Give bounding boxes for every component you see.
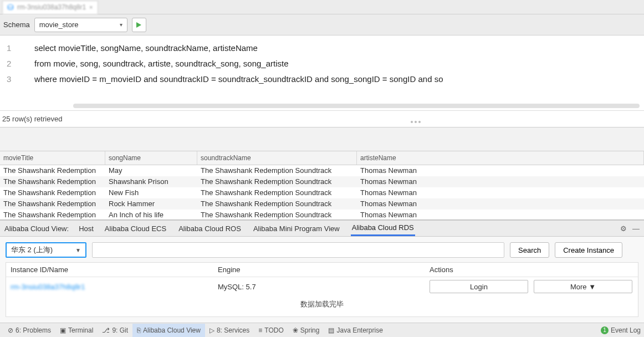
bottom-bar-label: 6: Problems bbox=[16, 326, 51, 334]
header-instance-id: Instance ID/Name bbox=[6, 265, 218, 274]
play-icon bbox=[136, 22, 141, 28]
more-button[interactable]: More ▼ bbox=[534, 280, 632, 293]
bottom-bar-icon: ≡ bbox=[258, 326, 262, 334]
cloud-view-tabs: Alibaba Cloud View: Host Alibaba Cloud E… bbox=[0, 220, 644, 237]
bottom-bar-item[interactable]: ≡TODO bbox=[254, 324, 288, 337]
search-input[interactable] bbox=[92, 242, 504, 258]
column-header[interactable]: movieTitle bbox=[0, 151, 105, 165]
bottom-bar-item[interactable]: ❀Spring bbox=[288, 324, 324, 337]
table-cell: The Shawshank Redemption bbox=[0, 198, 105, 210]
header-actions: Actions bbox=[430, 265, 638, 274]
region-select[interactable]: 华东 2 (上海) ▼ bbox=[6, 242, 86, 258]
bottom-bar-item[interactable]: ⎇9: Git bbox=[98, 324, 132, 337]
engine-value: MySQL: 5.7 bbox=[218, 283, 430, 291]
schema-value: movie_store bbox=[39, 21, 79, 29]
tab-rds[interactable]: Alibaba Cloud RDS bbox=[351, 221, 415, 236]
instance-id-link[interactable]: rm-3nsiu038a37h8q8r1 bbox=[6, 283, 218, 291]
sql-editor[interactable]: 1 2 3 select movieTitle, songName, sound… bbox=[0, 35, 644, 111]
bottom-bar-icon: ⊘ bbox=[8, 326, 13, 334]
bottom-bar-item[interactable]: ⎘Alibaba Cloud View bbox=[132, 324, 205, 337]
bottom-bar-item[interactable]: ⊘6: Problems bbox=[3, 324, 55, 337]
line-gutter: 1 2 3 bbox=[0, 35, 34, 110]
table-cell: The Shawshank Redemption Soundtrack bbox=[197, 198, 357, 210]
horizontal-scrollbar[interactable] bbox=[73, 104, 640, 108]
file-tab[interactable]: ⛁ rm-3nsiu038a37h8q8r1 × bbox=[2, 1, 98, 14]
bottom-bar-item[interactable]: ▤Java Enterprise bbox=[324, 324, 387, 337]
code-line: from movie, song, soundtrack, artiste, s… bbox=[34, 55, 644, 71]
run-query-button[interactable] bbox=[132, 18, 146, 32]
code-line: where movieID = m_movieID and soundtrack… bbox=[34, 71, 644, 86]
bottom-bar-label: 9: Git bbox=[112, 326, 128, 334]
bottom-bar-label: Alibaba Cloud View bbox=[143, 326, 201, 334]
table-cell: Thomas Newman bbox=[357, 165, 644, 176]
column-header[interactable]: artisteName bbox=[357, 151, 644, 165]
tab-ros[interactable]: Alibaba Cloud ROS bbox=[177, 221, 242, 236]
table-row[interactable]: The Shawshank RedemptionMayThe Shawshank… bbox=[0, 165, 644, 176]
line-number: 1 bbox=[0, 40, 34, 55]
rows-retrieved: 25 row(s) retrieved bbox=[2, 115, 62, 123]
table-cell: The Shawshank Redemption bbox=[0, 176, 105, 187]
bottom-bar-label: Terminal bbox=[68, 326, 93, 334]
table-cell: Thomas Newman bbox=[357, 198, 644, 210]
results-header: movieTitle songName soundtrackName artis… bbox=[0, 151, 644, 165]
create-instance-button[interactable]: Create Instance bbox=[555, 242, 622, 258]
header-engine: Engine bbox=[218, 265, 430, 274]
login-button[interactable]: Login bbox=[430, 280, 528, 293]
code-line: select movieTitle, songName, soundtrackN… bbox=[34, 40, 644, 55]
table-cell: Thomas Newman bbox=[357, 187, 644, 198]
code-area[interactable]: select movieTitle, songName, soundtrackN… bbox=[34, 35, 644, 110]
instance-table: Instance ID/Name Engine Actions rm-3nsiu… bbox=[6, 262, 638, 317]
instance-row[interactable]: rm-3nsiu038a37h8q8r1 MySQL: 5.7 Login Mo… bbox=[6, 277, 638, 296]
ide-bottom-bar: ⊘6: Problems▣Terminal⎇9: Git⎘Alibaba Clo… bbox=[0, 323, 644, 337]
schema-label: Schema bbox=[3, 21, 30, 29]
instance-actions: Login More ▼ bbox=[430, 280, 638, 293]
table-cell: The Shawshank Redemption bbox=[0, 210, 105, 219]
database-icon: ⛁ bbox=[7, 3, 14, 12]
table-cell: Thomas Newman bbox=[357, 176, 644, 187]
cloud-top-row: 华东 2 (上海) ▼ Search Create Instance bbox=[6, 242, 638, 258]
bottom-bar-label: 8: Services bbox=[217, 326, 249, 334]
minimize-icon[interactable]: — bbox=[632, 224, 640, 233]
table-cell: The Shawshank Redemption Soundtrack bbox=[197, 210, 357, 219]
bottom-bar-label: TODO bbox=[264, 326, 283, 334]
table-cell: An Inch of his life bbox=[105, 210, 197, 219]
results-table: movieTitle songName soundtrackName artis… bbox=[0, 151, 644, 220]
event-log-button[interactable]: 1 Event Log bbox=[601, 326, 641, 334]
table-cell: The Shawshank Redemption Soundtrack bbox=[197, 187, 357, 198]
close-tab-icon[interactable]: × bbox=[89, 4, 93, 11]
search-button[interactable]: Search bbox=[510, 242, 549, 258]
line-number: 2 bbox=[0, 55, 34, 71]
query-toolbar: Schema movie_store bbox=[0, 14, 644, 35]
table-row[interactable]: The Shawshank RedemptionAn Inch of his l… bbox=[0, 210, 644, 219]
column-header[interactable]: songName bbox=[105, 151, 197, 165]
region-value: 华东 2 (上海) bbox=[11, 245, 53, 255]
host-label[interactable]: Host bbox=[79, 224, 94, 233]
schema-select[interactable]: movie_store bbox=[34, 18, 127, 32]
table-cell: Shawshank Prison bbox=[105, 176, 197, 187]
bottom-bar-icon: ⎇ bbox=[102, 326, 110, 334]
query-status: 25 row(s) retrieved bbox=[0, 111, 644, 127]
event-log-label: Event Log bbox=[611, 326, 641, 334]
cloud-panel-body: 华东 2 (上海) ▼ Search Create Instance Insta… bbox=[0, 237, 644, 323]
split-handle[interactable] bbox=[410, 121, 421, 124]
bottom-bar-item[interactable]: ▷8: Services bbox=[205, 324, 254, 337]
bottom-bar-item[interactable]: ▣Terminal bbox=[55, 324, 98, 337]
bottom-bar-icon: ❀ bbox=[293, 326, 298, 334]
tab-ecs[interactable]: Alibaba Cloud ECS bbox=[104, 221, 167, 236]
table-row[interactable]: The Shawshank RedemptionNew FishThe Shaw… bbox=[0, 187, 644, 198]
gear-icon[interactable]: ⚙ bbox=[620, 224, 627, 233]
table-cell: Rock Hammer bbox=[105, 198, 197, 210]
line-number: 3 bbox=[0, 71, 34, 86]
table-cell: The Shawshank Redemption Soundtrack bbox=[197, 176, 357, 187]
bottom-bar-label: Java Enterprise bbox=[336, 326, 382, 334]
bottom-bar-label: Spring bbox=[300, 326, 320, 334]
table-row[interactable]: The Shawshank RedemptionShawshank Prison… bbox=[0, 176, 644, 187]
bottom-bar-icon: ⎘ bbox=[137, 326, 141, 334]
results-body: The Shawshank RedemptionMayThe Shawshank… bbox=[0, 165, 644, 219]
column-header[interactable]: soundtrackName bbox=[197, 151, 357, 165]
table-cell: The Shawshank Redemption bbox=[0, 187, 105, 198]
tab-mini-program[interactable]: Alibaba Mini Program View bbox=[252, 221, 341, 236]
table-cell: May bbox=[105, 165, 197, 176]
bottom-bar-icon: ▤ bbox=[328, 326, 334, 334]
table-row[interactable]: The Shawshank RedemptionRock HammerThe S… bbox=[0, 198, 644, 210]
